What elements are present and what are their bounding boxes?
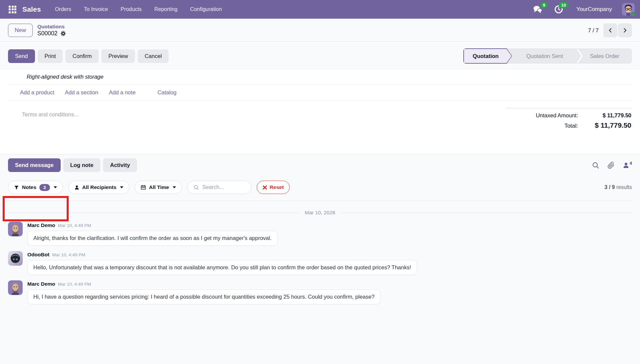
person-icon	[74, 185, 79, 190]
top-navbar: Sales Orders To Invoice Products Reporti…	[0, 0, 640, 19]
time-filter-dropdown[interactable]: All Time	[135, 181, 182, 194]
order-line-note[interactable]: Right-aligned desk with storage	[8, 69, 632, 84]
chevron-down-icon	[173, 186, 176, 188]
add-a-product-link[interactable]: Add a product	[20, 89, 54, 96]
followers-count: 4	[630, 161, 632, 166]
totals-block: Untaxed Amount: $ 11,779.50 Total: $ 11,…	[506, 108, 632, 141]
main-menu: Orders To Invoice Products Reporting Con…	[55, 6, 222, 12]
chatter: Send message Log note Activity 4 Notes 3…	[0, 154, 640, 304]
calendar-icon	[141, 185, 146, 190]
message-time: Mar 10, 4:49 PM	[58, 282, 91, 287]
chevron-down-icon	[120, 186, 123, 188]
filter-funnel-icon	[14, 185, 19, 190]
add-a-section-link[interactable]: Add a section	[65, 89, 98, 96]
chevron-down-icon	[54, 186, 57, 188]
stage-sales-order[interactable]: Sales Order	[577, 48, 632, 64]
menu-to-invoice[interactable]: To Invoice	[84, 6, 108, 12]
message-bubble: Hi, I have a question regarding services…	[27, 289, 381, 304]
messages-badge: 9	[540, 2, 548, 8]
search-input[interactable]	[202, 184, 242, 190]
notes-filter-dropdown[interactable]: Notes 3	[8, 181, 63, 194]
message-bubble: Alright, thanks for the clarification. I…	[27, 231, 278, 246]
order-line-links: Add a product Add a section Add a note C…	[8, 85, 632, 100]
activity-button[interactable]: Activity	[103, 158, 137, 172]
time-filter-label: All Time	[149, 184, 169, 190]
form-sheet: Right-aligned desk with storage Add a pr…	[0, 69, 640, 154]
breadcrumb: Quotations S00002	[37, 23, 66, 37]
record-name: S00002	[37, 30, 57, 37]
avatar-marc-demo[interactable]	[8, 280, 23, 295]
message-author[interactable]: Marc Demo	[27, 222, 55, 228]
print-button[interactable]: Print	[38, 49, 63, 63]
apps-grid-icon[interactable]	[9, 6, 16, 13]
message-bubble: Hello, Unfortunately that was a temporar…	[27, 260, 417, 275]
notes-filter-count: 3	[39, 184, 50, 191]
untaxed-amount-label: Untaxed Amount:	[536, 112, 578, 119]
message-search-box[interactable]	[187, 181, 251, 194]
pager: 7 / 7	[588, 23, 632, 37]
send-button[interactable]: Send	[8, 49, 35, 63]
message-item: Marc Demo Mar 10, 4:49 PM Hi, I have a q…	[8, 280, 632, 304]
avatar-odoobot[interactable]	[8, 251, 23, 266]
search-messages-icon[interactable]	[592, 162, 599, 169]
catalog-link[interactable]: Catalog	[158, 89, 177, 96]
pager-previous-button[interactable]	[603, 23, 617, 37]
send-message-button[interactable]: Send message	[8, 158, 61, 172]
log-note-button[interactable]: Log note	[63, 158, 101, 172]
pager-count: 7 / 7	[588, 27, 599, 34]
activities-badge: 10	[559, 2, 568, 8]
menu-orders[interactable]: Orders	[55, 6, 71, 12]
menu-configuration[interactable]: Configuration	[190, 6, 222, 12]
terms-placeholder[interactable]: Terms and conditions...	[8, 108, 79, 141]
followers-icon[interactable]: 4	[623, 162, 632, 169]
close-x-icon	[263, 185, 267, 190]
cancel-button[interactable]: Cancel	[138, 49, 169, 63]
menu-reporting[interactable]: Reporting	[154, 6, 177, 12]
stage-separator-chevron	[577, 48, 583, 64]
message-time: Mar 10, 4:49 PM	[58, 223, 91, 228]
user-avatar[interactable]	[622, 3, 635, 16]
date-separator: Mar 10, 2026	[8, 210, 632, 216]
stage-quotation-sent[interactable]: Quotation Sent	[512, 48, 577, 64]
message-item: Marc Demo Mar 10, 4:49 PM Alright, thank…	[8, 222, 632, 246]
statusbar: Quotation Quotation Sent Sales Order	[463, 48, 632, 64]
avatar-marc-demo[interactable]	[8, 222, 23, 236]
message-author[interactable]: Marc Demo	[27, 281, 55, 287]
stage-quotation[interactable]: Quotation	[463, 48, 512, 64]
online-status-dot	[631, 12, 636, 17]
notes-filter-label: Notes	[22, 184, 36, 190]
total-label: Total:	[564, 123, 578, 129]
reset-label: Reset	[270, 184, 284, 190]
new-button[interactable]: New	[8, 24, 33, 37]
untaxed-amount-value: $ 11,779.50	[578, 112, 631, 119]
activities-icon[interactable]: 10	[554, 5, 563, 14]
message-item: OdooBot Mar 10, 4:49 PM Hello, Unfortuna…	[8, 251, 632, 275]
pager-next-button[interactable]	[618, 23, 632, 37]
attachment-icon[interactable]	[607, 162, 615, 169]
confirm-button[interactable]: Confirm	[65, 49, 99, 63]
gear-icon[interactable]	[60, 30, 66, 37]
add-a-note-link[interactable]: Add a note	[109, 89, 136, 96]
preview-button[interactable]: Preview	[101, 49, 135, 63]
reset-filters-button[interactable]: Reset	[257, 181, 290, 194]
message-time: Mar 10, 4:49 PM	[52, 252, 85, 257]
menu-products[interactable]: Products	[121, 6, 142, 12]
breadcrumb-quotations[interactable]: Quotations	[37, 23, 66, 30]
message-filter-row: Notes 3 All Recipients All Time Reset 3 …	[8, 181, 632, 201]
control-panel: New Quotations S00002 7 / 7	[0, 19, 640, 42]
results-count: 3 / 9 results	[604, 184, 632, 190]
search-icon	[193, 185, 199, 190]
recipients-filter-label: All Recipients	[82, 184, 117, 190]
app-name[interactable]: Sales	[22, 5, 41, 13]
message-author[interactable]: OdooBot	[27, 252, 49, 258]
total-value: $ 11,779.50	[578, 121, 631, 129]
recipients-filter-dropdown[interactable]: All Recipients	[68, 181, 130, 194]
action-row: Send Print Confirm Preview Cancel Quotat…	[0, 42, 640, 69]
company-menu[interactable]: YourCompany	[576, 6, 612, 13]
messages-icon[interactable]: 9	[533, 5, 542, 14]
